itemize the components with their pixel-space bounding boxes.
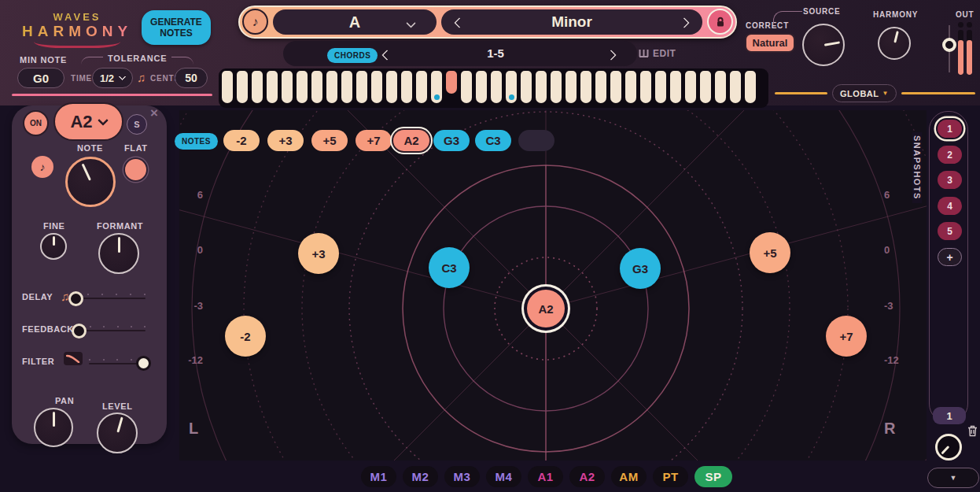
note-chip-A2-selected[interactable]: A2 — [393, 130, 429, 151]
lock-button[interactable] — [707, 9, 733, 35]
piano-key[interactable] — [745, 71, 756, 103]
note-chip-+5[interactable]: +5 — [311, 130, 348, 151]
piano-key-active[interactable] — [446, 71, 457, 94]
note-chip-+7[interactable]: +7 — [356, 130, 392, 151]
piano-key[interactable] — [326, 71, 337, 103]
piano-key[interactable] — [401, 71, 412, 103]
delay-slider-track[interactable] — [73, 298, 146, 299]
piano-key[interactable] — [685, 71, 696, 103]
piano-key[interactable] — [625, 71, 636, 103]
feedback-slider-handle[interactable] — [72, 324, 87, 338]
source-knob[interactable] — [802, 24, 845, 66]
harmony-node-+3[interactable]: +3 — [298, 233, 339, 274]
treble-clef-icon[interactable]: ♪ — [31, 156, 53, 178]
trash-icon[interactable] — [967, 425, 978, 437]
note-chip-empty[interactable] — [518, 130, 554, 151]
tab-a1[interactable]: A1 — [528, 466, 563, 487]
piano-key[interactable] — [311, 71, 322, 103]
piano-key[interactable] — [476, 71, 487, 103]
snapshot-5[interactable]: 5 — [938, 222, 962, 240]
piano-key[interactable] — [730, 71, 741, 103]
note-chip--2[interactable]: -2 — [223, 130, 260, 151]
piano-key[interactable] — [670, 71, 681, 103]
harmony-knob[interactable] — [878, 27, 911, 60]
pan-knob[interactable] — [34, 408, 73, 447]
piano-key[interactable] — [610, 71, 621, 103]
piano-key[interactable] — [700, 71, 711, 103]
snapshot-4[interactable]: 4 — [938, 197, 962, 215]
snapshot-1[interactable]: 1 — [938, 120, 962, 138]
snapshot-add-button[interactable]: + — [938, 248, 962, 266]
formant-knob[interactable] — [98, 233, 139, 274]
scale-next-icon[interactable] — [679, 17, 690, 28]
cents-value[interactable]: 50 — [175, 68, 208, 88]
note-chip-C3[interactable]: C3 — [475, 130, 511, 151]
tab-m1[interactable]: M1 — [361, 466, 396, 487]
tab-m3[interactable]: M3 — [444, 466, 480, 487]
tab-m4[interactable]: M4 — [486, 466, 521, 487]
scale-prev-icon[interactable] — [454, 17, 465, 28]
piano-key[interactable] — [461, 71, 472, 103]
piano-key[interactable] — [371, 71, 382, 103]
harmony-node-C3[interactable]: C3 — [429, 247, 470, 288]
piano-key[interactable] — [267, 71, 278, 103]
filter-curve-icon[interactable] — [64, 352, 83, 365]
tab-pt[interactable]: PT — [653, 466, 688, 487]
note-knob[interactable] — [65, 157, 116, 207]
tab-am[interactable]: AM — [611, 466, 647, 487]
generate-notes-button[interactable]: GENERATE NOTES — [142, 10, 211, 45]
piano-key[interactable] — [237, 71, 248, 103]
global-dropdown[interactable]: GLOBAL ▼ — [832, 84, 897, 102]
piano-key[interactable] — [655, 71, 666, 103]
piano-key[interactable] — [491, 71, 502, 103]
harmony-node-+7[interactable]: +7 — [826, 316, 867, 357]
piano-key[interactable] — [580, 71, 591, 103]
piano-key[interactable] — [715, 71, 726, 103]
correct-natural-button[interactable]: Natural — [745, 33, 795, 53]
filter-slider-handle[interactable] — [136, 356, 151, 371]
flat-button[interactable] — [125, 159, 146, 180]
piano-key[interactable] — [521, 71, 532, 103]
note-chip-+3[interactable]: +3 — [267, 130, 304, 151]
piano-key[interactable] — [252, 71, 263, 103]
min-note-value[interactable]: G0 — [17, 68, 64, 88]
piano-key[interactable] — [595, 71, 606, 103]
piano-key[interactable] — [431, 71, 442, 103]
snapshot-2[interactable]: 2 — [938, 146, 962, 164]
tab-sp[interactable]: SP — [694, 466, 732, 487]
piano-key[interactable] — [416, 71, 427, 103]
harmony-node-A2[interactable]: A2 — [527, 290, 565, 327]
harmony-node-+5[interactable]: +5 — [750, 232, 790, 273]
close-icon[interactable]: × — [150, 105, 158, 121]
voice-on-button[interactable]: ON — [23, 110, 49, 136]
fine-knob[interactable] — [40, 233, 67, 260]
tab-m2[interactable]: M2 — [403, 466, 438, 487]
key-dropdown[interactable]: A — [273, 9, 437, 35]
piano-key[interactable] — [341, 71, 352, 103]
tab-a2[interactable]: A2 — [569, 466, 605, 487]
solo-button[interactable]: S — [127, 114, 147, 135]
piano-key[interactable] — [282, 71, 293, 103]
snapshot-morph-knob[interactable] — [935, 434, 962, 461]
piano-key[interactable] — [551, 71, 562, 103]
voice-note-dropdown[interactable]: A2 — [53, 102, 123, 141]
treble-clef-icon[interactable]: ♪ — [242, 9, 268, 35]
delay-slider-handle[interactable] — [68, 291, 83, 306]
time-dropdown[interactable]: 1/2 — [92, 68, 133, 88]
harmony-node--2[interactable]: -2 — [225, 316, 266, 357]
piano-key[interactable] — [506, 71, 517, 103]
snapshot-3[interactable]: 3 — [938, 171, 962, 189]
piano-key[interactable] — [536, 71, 547, 103]
collapse-button[interactable]: ▼ — [927, 468, 979, 488]
piano-key[interactable] — [640, 71, 651, 103]
out-slider-handle[interactable] — [942, 38, 956, 52]
feedback-slider-track[interactable] — [76, 330, 146, 331]
piano-key[interactable] — [356, 71, 367, 103]
level-knob[interactable] — [97, 412, 138, 453]
note-chip-G3[interactable]: G3 — [433, 130, 470, 151]
piano-key[interactable] — [386, 71, 397, 103]
piano-key[interactable] — [297, 71, 308, 103]
piano-key[interactable] — [222, 71, 233, 103]
edit-button[interactable]: EDIT — [639, 48, 676, 59]
piano-key[interactable] — [566, 71, 577, 103]
